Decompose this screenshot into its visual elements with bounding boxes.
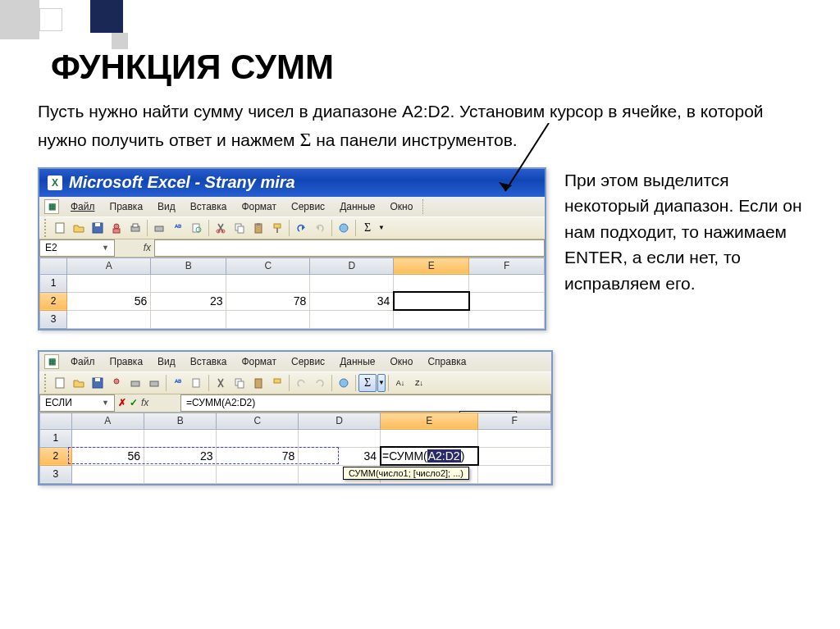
menu-format[interactable]: Формат (235, 199, 283, 214)
paste-icon[interactable] (249, 374, 267, 392)
row-header-3[interactable]: 3 (40, 310, 67, 328)
hyperlink-icon[interactable] (335, 374, 353, 392)
cell-C2[interactable]: 78 (226, 292, 310, 310)
col-header-B[interactable]: B (144, 412, 217, 429)
col-header-E[interactable]: E (381, 412, 478, 429)
new-icon[interactable] (51, 219, 69, 237)
print-icon[interactable] (126, 219, 144, 237)
row-header-2[interactable]: 2 (40, 447, 72, 465)
open-icon[interactable] (70, 219, 88, 237)
cut-icon[interactable] (212, 374, 230, 392)
col-header-B[interactable]: B (151, 258, 226, 274)
new-icon[interactable] (51, 374, 69, 392)
redo-icon[interactable] (311, 219, 329, 237)
sort-asc-icon[interactable]: A↓ (391, 374, 409, 392)
cell-D2[interactable]: 34 (299, 447, 381, 465)
name-box-2[interactable]: ЕСЛИ▼ (39, 394, 115, 412)
save-icon[interactable] (89, 219, 107, 237)
col-header-F[interactable]: F (469, 258, 545, 274)
format-painter-icon[interactable] (268, 374, 286, 392)
copy-icon[interactable] (231, 219, 249, 237)
row-header-2[interactable]: 2 (40, 292, 67, 310)
cell-D2[interactable]: 34 (310, 292, 394, 310)
open-icon[interactable] (70, 374, 88, 392)
research-icon[interactable] (188, 219, 206, 237)
menu-help[interactable]: Справка (421, 354, 472, 369)
menu-bar-2[interactable]: ▦ Файл Правка Вид Вставка Формат Сервис … (39, 352, 551, 371)
col-header-C[interactable]: C (217, 412, 299, 429)
menu-edit[interactable]: Правка (103, 199, 150, 214)
format-painter-icon[interactable] (268, 219, 286, 237)
print-preview-icon[interactable] (150, 219, 168, 237)
menu-window[interactable]: Окно (383, 199, 419, 214)
row-header-1[interactable]: 1 (40, 429, 72, 447)
formula-bar[interactable] (154, 239, 545, 257)
research-icon[interactable] (188, 374, 206, 392)
autosum-dropdown-icon[interactable]: ▼ (377, 219, 386, 237)
fx-icon[interactable]: fx (144, 242, 151, 253)
spreadsheet-grid[interactable]: A B C D E F 1 2 56 23 78 34 3 (39, 258, 545, 329)
formula-bar-2[interactable]: =СУММ(A2:D2) (180, 394, 551, 412)
cell-B2[interactable]: 23 (144, 447, 217, 465)
col-header-C[interactable]: C (226, 258, 310, 274)
chevron-down-icon[interactable]: ▼ (102, 399, 109, 407)
cell-A2[interactable]: 56 (67, 292, 151, 310)
side-explanation: При этом выделится некоторый диапазон. Е… (564, 167, 802, 297)
col-header-A[interactable]: A (67, 258, 151, 274)
enter-icon[interactable]: ✓ (130, 397, 138, 408)
permission-icon[interactable] (107, 219, 126, 237)
cut-icon[interactable] (212, 219, 230, 237)
menu-file[interactable]: Файл (64, 199, 102, 214)
save-icon[interactable] (89, 374, 107, 392)
spreadsheet-grid-2[interactable]: A B C D E F 1 2 56 23 78 34 =СУММ(A2:D2)… (39, 412, 551, 484)
select-all-corner[interactable] (40, 412, 72, 429)
standard-toolbar[interactable]: ᴬᴮ Σ ▼ (39, 217, 545, 239)
cell-B2[interactable]: 23 (151, 292, 226, 310)
cell-E2-active[interactable] (394, 292, 469, 310)
menu-bar[interactable]: ▦ Файл Правка Вид Вставка Формат Сервис … (39, 197, 545, 217)
standard-toolbar-2[interactable]: ᴬᴮ Σ ▼ A↓ Z↓ (39, 371, 551, 394)
permission-icon[interactable] (107, 374, 126, 392)
undo-icon[interactable] (292, 219, 310, 237)
menu-file[interactable]: Файл (64, 354, 102, 369)
spelling-icon[interactable]: ᴬᴮ (169, 374, 187, 392)
menu-edit[interactable]: Правка (103, 354, 150, 369)
menu-tools[interactable]: Сервис (285, 199, 331, 214)
redo-icon[interactable] (311, 374, 329, 392)
menu-window[interactable]: Окно (383, 354, 419, 369)
name-box[interactable]: E2▼ (39, 239, 115, 257)
cell-E2-formula[interactable]: =СУММ(A2:D2) (381, 447, 478, 465)
undo-icon[interactable] (292, 374, 310, 392)
row-header-3[interactable]: 3 (40, 465, 72, 483)
menu-data[interactable]: Данные (333, 354, 381, 369)
cell-A2[interactable]: 56 (71, 447, 144, 465)
menu-insert[interactable]: Вставка (184, 354, 234, 369)
cancel-icon[interactable]: ✗ (118, 397, 126, 408)
print-preview-icon[interactable] (145, 374, 163, 392)
menu-insert[interactable]: Вставка (184, 199, 234, 214)
autosum-dropdown-icon[interactable]: ▼ (377, 374, 386, 392)
autosum-icon-highlighted[interactable]: Σ (358, 374, 377, 392)
autosum-icon[interactable]: Σ (358, 219, 377, 237)
menu-view[interactable]: Вид (151, 354, 182, 369)
copy-icon[interactable] (231, 374, 249, 392)
col-header-A[interactable]: A (71, 412, 144, 429)
print-icon[interactable] (126, 374, 144, 392)
chevron-down-icon[interactable]: ▼ (102, 244, 109, 252)
row-header-1[interactable]: 1 (40, 274, 67, 292)
menu-data[interactable]: Данные (333, 199, 381, 214)
sort-desc-icon[interactable]: Z↓ (410, 374, 428, 392)
spelling-icon[interactable]: ᴬᴮ (169, 219, 187, 237)
col-header-E[interactable]: E (394, 258, 469, 274)
menu-format[interactable]: Формат (235, 354, 283, 369)
menu-tools[interactable]: Сервис (285, 354, 331, 369)
menu-view[interactable]: Вид (151, 199, 182, 214)
fx-icon[interactable]: fx (141, 397, 148, 408)
col-header-D[interactable]: D (310, 258, 394, 274)
col-header-D[interactable]: D (299, 412, 381, 429)
col-header-F[interactable]: F (478, 412, 551, 429)
cell-C2[interactable]: 78 (217, 447, 299, 465)
select-all-corner[interactable] (40, 258, 67, 274)
paste-icon[interactable] (249, 219, 267, 237)
hyperlink-icon[interactable] (335, 219, 353, 237)
